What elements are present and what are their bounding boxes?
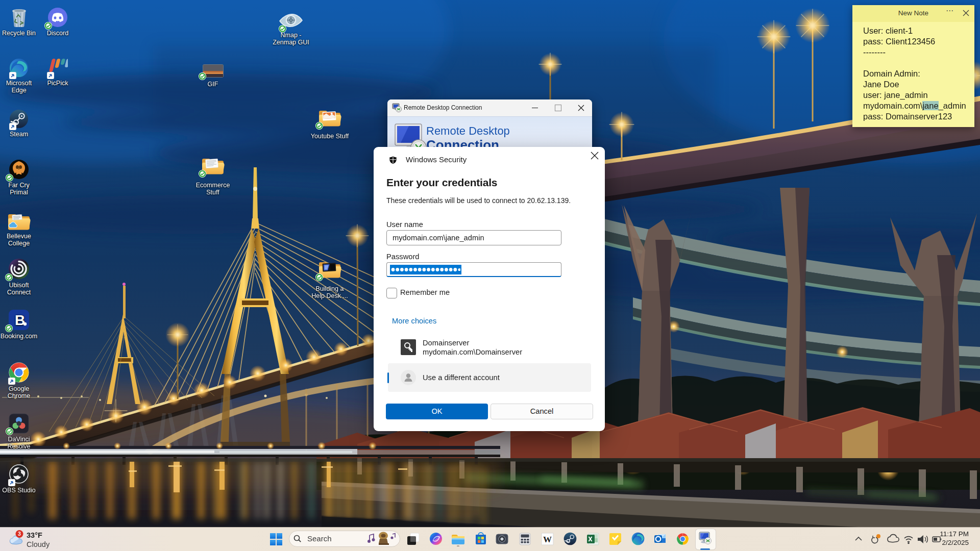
- svg-text:W: W: [543, 535, 552, 544]
- svg-text:33°F: 33°F: [27, 531, 42, 539]
- svg-text:Cloudy: Cloudy: [27, 540, 50, 548]
- svg-text:3: 3: [18, 531, 21, 537]
- svg-text:B: B: [15, 312, 25, 328]
